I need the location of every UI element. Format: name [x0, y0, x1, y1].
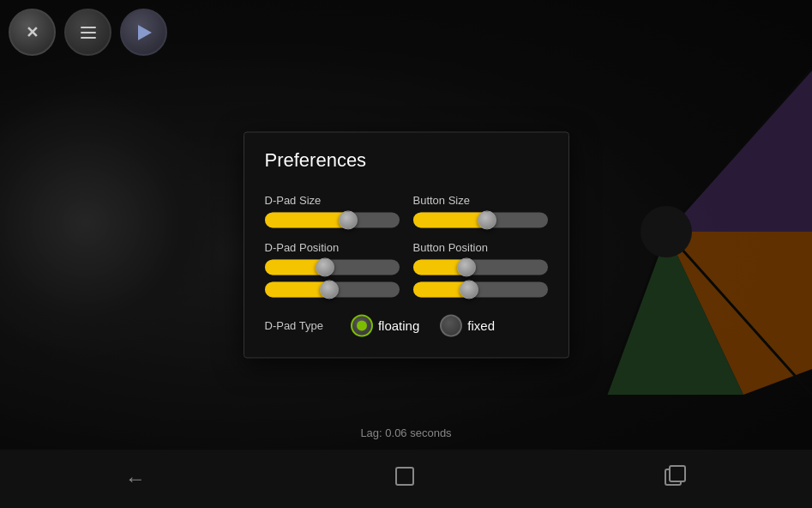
- home-icon: [395, 469, 414, 490]
- radio-floating-label: floating: [378, 318, 419, 333]
- dpad-pos-x-thumb[interactable]: [316, 257, 334, 276]
- bottom-nav-bar: ←: [0, 450, 812, 508]
- recent-icon: [665, 470, 687, 492]
- nav-home-button[interactable]: [361, 458, 448, 499]
- prefs-grid: D-Pad Size Button Size D-Pad Position: [265, 187, 548, 336]
- btn-pos-x-thumb[interactable]: [457, 257, 476, 276]
- top-bar: ✕: [9, 9, 167, 56]
- dpad-pos-y-thumb[interactable]: [320, 280, 339, 299]
- dpad-position-section: D-Pad Position: [265, 234, 400, 304]
- menu-button[interactable]: [64, 9, 111, 56]
- radio-fixed[interactable]: fixed: [440, 314, 495, 336]
- radio-floating-outer: [351, 314, 373, 336]
- close-button[interactable]: ✕: [9, 9, 56, 56]
- radio-floating-inner: [357, 320, 367, 330]
- dpad-size-label: D-Pad Size: [265, 194, 400, 207]
- play-icon: [138, 25, 152, 40]
- preferences-dialog: Preferences D-Pad Size Button Size D-Pad…: [244, 131, 569, 358]
- lag-text: Lag: 0.06 seconds: [360, 426, 451, 439]
- dialog-title: Preferences: [265, 149, 548, 172]
- nav-recent-button[interactable]: [630, 457, 721, 501]
- btn-size-thumb[interactable]: [478, 210, 496, 229]
- btn-size-section: Button Size: [413, 187, 548, 234]
- lag-indicator: Lag: 0.06 seconds: [360, 426, 451, 439]
- dpad-size-slider[interactable]: [265, 212, 400, 227]
- radio-fixed-label: fixed: [467, 318, 495, 333]
- btn-position-x-slider[interactable]: [413, 259, 548, 275]
- menu-icon: [81, 27, 96, 39]
- dpad-position-x-slider[interactable]: [265, 259, 400, 275]
- dpad-size-fill: [265, 212, 348, 227]
- dpad-size-thumb[interactable]: [339, 210, 358, 229]
- play-button[interactable]: [120, 9, 167, 56]
- dpad-position-y-slider[interactable]: [265, 281, 400, 297]
- nav-back-button[interactable]: ←: [91, 458, 180, 499]
- radio-floating[interactable]: floating: [351, 314, 419, 336]
- btn-position-label: Button Position: [413, 241, 548, 254]
- radio-fixed-outer: [440, 314, 462, 336]
- close-icon: ✕: [26, 23, 39, 42]
- svg-rect-5: [670, 466, 685, 481]
- btn-position-y-slider[interactable]: [413, 281, 548, 297]
- btn-position-section: Button Position: [413, 234, 548, 304]
- btn-size-label: Button Size: [413, 194, 548, 207]
- btn-size-slider[interactable]: [413, 212, 548, 227]
- dpad-type-section: D-Pad Type floating fixed: [265, 314, 548, 336]
- dpad-type-label: D-Pad Type: [265, 319, 323, 332]
- btn-size-fill: [413, 212, 487, 227]
- dpad-position-label: D-Pad Position: [265, 241, 400, 254]
- back-icon: ←: [125, 467, 146, 490]
- dpad-size-section: D-Pad Size: [265, 187, 400, 234]
- btn-pos-y-thumb[interactable]: [460, 280, 478, 299]
